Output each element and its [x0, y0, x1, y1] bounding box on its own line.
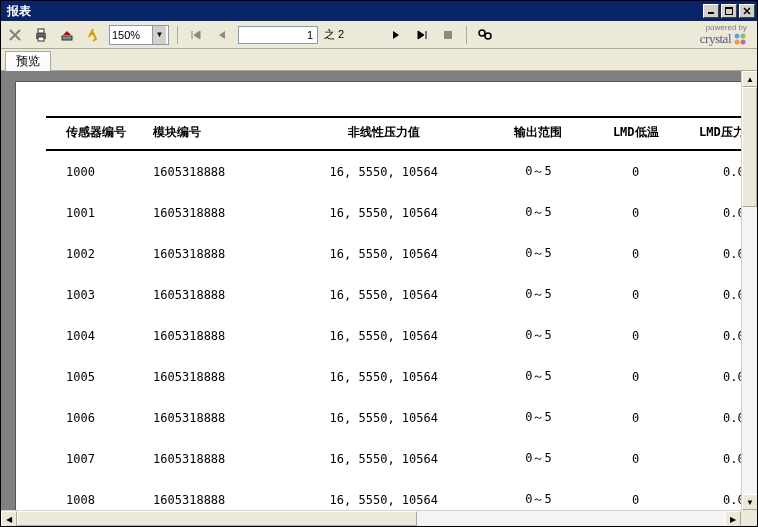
scroll-track[interactable] [17, 511, 725, 526]
cell-range: 0～5 [481, 192, 596, 233]
cell-range: 0～5 [481, 315, 596, 356]
table-row: 1007160531888816, 5550, 105640～500.00 [46, 438, 756, 479]
svg-point-18 [741, 39, 746, 44]
cell-module: 1605318888 [149, 397, 286, 438]
prev-page-button[interactable] [212, 25, 232, 45]
cell-range: 0～5 [481, 233, 596, 274]
cell-lowtemp: 0 [596, 397, 676, 438]
svg-point-17 [735, 39, 740, 44]
cell-sensor: 1003 [46, 274, 149, 315]
tab-preview[interactable]: 预览 [5, 51, 51, 71]
table-row: 1004160531888816, 5550, 105640～500.00 [46, 315, 756, 356]
cell-lowtemp: 0 [596, 274, 676, 315]
cell-lowtemp: 0 [596, 192, 676, 233]
cell-nonlinear: 16, 5550, 10564 [286, 315, 481, 356]
svg-point-15 [735, 33, 740, 38]
print-button[interactable] [31, 25, 51, 45]
separator [177, 26, 178, 44]
cell-range: 0～5 [481, 438, 596, 479]
cell-nonlinear: 16, 5550, 10564 [286, 356, 481, 397]
cell-module: 1605318888 [149, 356, 286, 397]
cell-nonlinear: 16, 5550, 10564 [286, 438, 481, 479]
last-page-button[interactable] [412, 25, 432, 45]
header-lowtemp: LMD低温 [596, 117, 676, 150]
cell-sensor: 1005 [46, 356, 149, 397]
table-row: 1002160531888816, 5550, 105640～500.00 [46, 233, 756, 274]
zoom-value: 150% [112, 29, 140, 41]
toolbar: 150% ▼ 之 2 powered by crystal [1, 21, 757, 49]
close-preview-button[interactable] [5, 25, 25, 45]
table-row: 1006160531888816, 5550, 105640～500.00 [46, 397, 756, 438]
cell-module: 1605318888 [149, 233, 286, 274]
cell-module: 1605318888 [149, 192, 286, 233]
separator [466, 26, 467, 44]
scroll-left-button[interactable]: ◀ [1, 511, 17, 526]
cell-lowtemp: 0 [596, 233, 676, 274]
first-page-button[interactable] [186, 25, 206, 45]
cell-nonlinear: 16, 5550, 10564 [286, 274, 481, 315]
search-button[interactable] [475, 25, 495, 45]
svg-rect-8 [38, 29, 44, 33]
scroll-corner [741, 510, 757, 526]
cell-nonlinear: 16, 5550, 10564 [286, 192, 481, 233]
scroll-up-button[interactable]: ▲ [742, 71, 757, 87]
cell-lowtemp: 0 [596, 315, 676, 356]
svg-point-16 [741, 33, 746, 38]
maximize-button[interactable] [721, 4, 737, 18]
report-table: 传感器编号 模块编号 非线性压力值 输出范围 LMD低温 LMD压力1 1000… [46, 116, 756, 520]
table-row: 1005160531888816, 5550, 105640～500.00 [46, 356, 756, 397]
tabstrip: 预览 [1, 49, 757, 71]
brand-label: crystal [700, 32, 731, 45]
page-total-label: 之 2 [324, 27, 344, 42]
cell-lowtemp: 0 [596, 150, 676, 192]
stop-button[interactable] [438, 25, 458, 45]
cell-nonlinear: 16, 5550, 10564 [286, 150, 481, 192]
cell-module: 1605318888 [149, 438, 286, 479]
scroll-thumb[interactable] [742, 87, 757, 207]
cell-lowtemp: 0 [596, 438, 676, 479]
header-range: 输出范围 [481, 117, 596, 150]
window-title: 报表 [3, 3, 31, 20]
cell-nonlinear: 16, 5550, 10564 [286, 233, 481, 274]
header-nonlinear: 非线性压力值 [286, 117, 481, 150]
table-row: 1000160531888816, 5550, 105640～500.00 [46, 150, 756, 192]
report-page: 传感器编号 模块编号 非线性压力值 输出范围 LMD低温 LMD压力1 1000… [15, 81, 757, 526]
cell-sensor: 1001 [46, 192, 149, 233]
window-controls [701, 4, 755, 18]
cell-sensor: 1000 [46, 150, 149, 192]
export-button[interactable] [57, 25, 77, 45]
cell-lowtemp: 0 [596, 356, 676, 397]
cell-module: 1605318888 [149, 150, 286, 192]
cell-range: 0～5 [481, 397, 596, 438]
close-button[interactable] [739, 4, 755, 18]
dropdown-arrow-icon: ▼ [152, 26, 166, 44]
refresh-button[interactable] [83, 25, 103, 45]
horizontal-scrollbar[interactable]: ◀ ▶ [1, 510, 741, 526]
header-sensor: 传感器编号 [46, 117, 149, 150]
cell-module: 1605318888 [149, 274, 286, 315]
scroll-down-button[interactable]: ▼ [742, 494, 757, 510]
cell-sensor: 1006 [46, 397, 149, 438]
crystal-logo: powered by crystal [700, 24, 753, 46]
table-row: 1001160531888816, 5550, 105640～500.00 [46, 192, 756, 233]
vertical-scrollbar[interactable]: ▲ ▼ [741, 71, 757, 510]
header-module: 模块编号 [149, 117, 286, 150]
scroll-right-button[interactable]: ▶ [725, 511, 741, 526]
next-page-button[interactable] [386, 25, 406, 45]
cell-sensor: 1007 [46, 438, 149, 479]
report-viewer: 传感器编号 模块编号 非线性压力值 输出范围 LMD低温 LMD压力1 1000… [1, 71, 757, 526]
minimize-button[interactable] [703, 4, 719, 18]
cell-module: 1605318888 [149, 315, 286, 356]
titlebar: 报表 [1, 1, 757, 21]
cell-nonlinear: 16, 5550, 10564 [286, 397, 481, 438]
cell-range: 0～5 [481, 150, 596, 192]
crystal-icon [733, 32, 747, 46]
svg-rect-10 [62, 36, 72, 40]
page-number-input[interactable] [238, 26, 318, 44]
cell-range: 0～5 [481, 274, 596, 315]
scroll-thumb[interactable] [17, 511, 417, 526]
scroll-track[interactable] [742, 87, 757, 494]
cell-range: 0～5 [481, 356, 596, 397]
zoom-select[interactable]: 150% ▼ [109, 25, 169, 45]
cell-sensor: 1002 [46, 233, 149, 274]
